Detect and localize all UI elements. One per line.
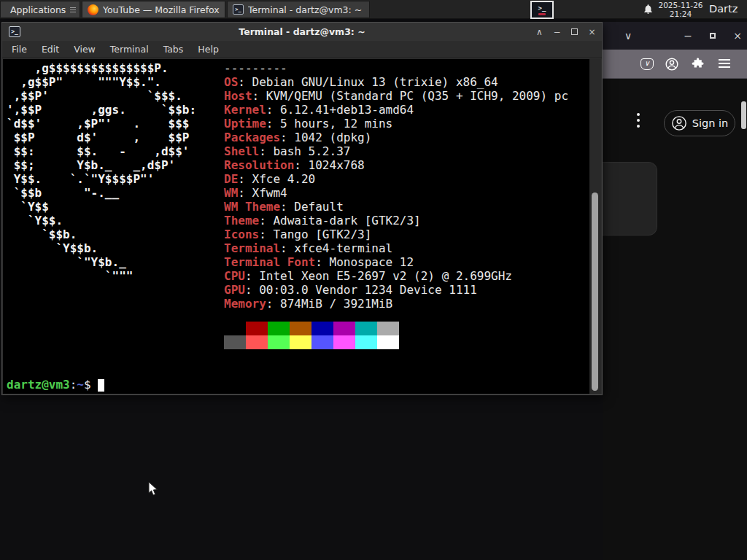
neofetch-info-row: OS: Debian GNU/Linux 13 (trixie) x86_64: [224, 75, 568, 89]
video-card[interactable]: [603, 162, 657, 236]
close-button[interactable]: ×: [587, 26, 597, 38]
menu-item-file[interactable]: File: [4, 44, 34, 55]
neofetch-info-row: Theme: Adwaita-dark [GTK2/3]: [224, 214, 568, 228]
firefox-restore-button[interactable]: [705, 28, 721, 43]
neofetch-info-row: Packages: 1042 (dpkg): [224, 131, 568, 144]
menu-lines-icon: [70, 6, 76, 14]
neofetch-color-palette: [224, 322, 399, 349]
terminal-scrollbar[interactable]: [589, 59, 601, 394]
neofetch-info-row: ---------: [224, 61, 568, 75]
menu-item-tabs[interactable]: Tabs: [156, 44, 191, 55]
palette-swatch: [224, 322, 246, 335]
terminal-window: >_ Terminal - dartz@vm3: ~ ∧ − × FileEdi…: [1, 22, 603, 395]
pocket-icon[interactable]: ∨: [640, 57, 655, 71]
hamburger-menu-icon[interactable]: [717, 57, 732, 71]
firefox-scrollbar-thumb[interactable]: [741, 101, 746, 129]
signin-button[interactable]: Sign in: [664, 110, 735, 136]
clock-date: 2025-11-26: [657, 1, 704, 9]
firefox-minimize-button[interactable]: −: [680, 28, 696, 43]
menu-item-edit[interactable]: Edit: [34, 44, 66, 55]
palette-swatch: [290, 322, 311, 335]
top-panel: Applications YouTube — Mozilla Firefox >…: [0, 0, 747, 19]
palette-swatch: [333, 335, 355, 349]
palette-swatch: [311, 322, 333, 335]
firefox-toolbar: ∨: [603, 50, 747, 79]
terminal-icon: >_: [233, 4, 244, 15]
applications-label: Applications: [10, 4, 66, 15]
neofetch-info-row: DE: Xfce 4.20: [224, 172, 568, 186]
panel-clock[interactable]: 2025-11-26 21:24: [657, 1, 704, 18]
terminal-title: Terminal - dartz@vm3: ~: [2, 26, 602, 37]
prompt-user-host: dartz@vm3: [7, 378, 70, 392]
palette-swatch: [268, 322, 290, 335]
prompt-path: ~: [77, 378, 84, 392]
menu-item-help[interactable]: Help: [190, 44, 226, 55]
desktop: ∨ − × ∨: [0, 0, 747, 560]
tray-terminal-icon[interactable]: >_: [530, 1, 554, 19]
neofetch-info-row: Resolution: 747x560: [224, 158, 568, 172]
neofetch-info-row: Terminal Font: Monospace 12: [224, 255, 568, 269]
menu-item-terminal[interactable]: Terminal: [103, 44, 156, 55]
palette-swatch: [224, 335, 246, 349]
neofetch-ascii-art: ,g$$$$$$$$$$$$$$$P. ,g$$P" """Y$$.". ,$$…: [7, 61, 196, 283]
palette-swatch: [290, 335, 311, 349]
neofetch-info-row: Icons: Tango [GTK2/3]: [224, 228, 568, 241]
neofetch-info-row: CPU: Intel Xeon E5-2697 v2 (2) @ 2.699GH…: [224, 269, 568, 283]
minimize-button[interactable]: −: [551, 26, 562, 38]
mouse-cursor: [148, 481, 158, 499]
neofetch-info-row: Shell: bash 5.2.37: [224, 144, 568, 158]
kebab-menu-icon[interactable]: [637, 113, 641, 131]
palette-swatch: [246, 335, 268, 349]
palette-swatch: [246, 322, 268, 335]
clock-time: 21:24: [657, 9, 704, 18]
notification-bell-icon[interactable]: [643, 4, 654, 18]
terminal-cursor: [98, 379, 104, 392]
palette-swatch: [311, 335, 333, 349]
firefox-titlebar[interactable]: ∨ − ×: [603, 22, 747, 50]
panel-user-label: Dartz: [709, 3, 738, 15]
firefox-icon: [88, 4, 98, 15]
palette-swatch: [355, 322, 377, 335]
neofetch-info-row: Host: KVM/QEMU (Standard PC (Q35 + ICH9,…: [224, 89, 568, 103]
neofetch-info-row: WM: Xfwm4: [224, 186, 568, 200]
terminal-menubar: FileEditViewTerminalTabsHelp: [2, 41, 602, 58]
terminal-titlebar[interactable]: >_ Terminal - dartz@vm3: ~ ∧ − ×: [2, 23, 602, 41]
maximize-button[interactable]: [569, 26, 580, 38]
applications-menu-button[interactable]: Applications: [0, 1, 80, 18]
account-icon[interactable]: [665, 57, 679, 71]
firefox-window: ∨ − × ∨: [603, 22, 747, 560]
taskbar-item-firefox[interactable]: YouTube — Mozilla Firefox: [82, 1, 225, 18]
palette-swatch: [355, 335, 377, 349]
extensions-icon[interactable]: [691, 57, 705, 71]
terminal-screen[interactable]: ,g$$$$$$$$$$$$$$$P. ,g$$P" """Y$$.". ,$$…: [3, 59, 601, 394]
shade-button[interactable]: ∧: [534, 26, 545, 38]
firefox-close-button[interactable]: ×: [729, 28, 746, 43]
signin-avatar-icon: [671, 115, 687, 131]
signin-label: Sign in: [692, 117, 728, 129]
neofetch-info-row: WM Theme: Default: [224, 200, 568, 214]
terminal-scrollbar-thumb[interactable]: [592, 192, 598, 391]
taskbar-item-terminal[interactable]: >_ Terminal - dartz@vm3: ~: [227, 1, 370, 18]
menu-item-view[interactable]: View: [66, 44, 103, 55]
palette-swatch: [268, 335, 290, 349]
neofetch-info: ---------OS: Debian GNU/Linux 13 (trixie…: [224, 61, 568, 311]
neofetch-info-row: Memory: 874MiB / 3921MiB: [224, 297, 568, 311]
palette-swatch: [377, 322, 399, 335]
neofetch-info-row: Terminal: xfce4-terminal: [224, 241, 568, 255]
neofetch-info-row: Kernel: 6.12.41+deb13-amd64: [224, 103, 568, 117]
palette-swatch: [377, 335, 399, 349]
neofetch-info-row: GPU: 00:03.0 Vendor 1234 Device 1111: [224, 283, 568, 297]
palette-swatch: [333, 322, 355, 335]
neofetch-info-row: Uptime: 5 hours, 12 mins: [224, 117, 568, 131]
youtube-page: Sign in: [603, 79, 747, 560]
terminal-icon: >_: [9, 26, 20, 37]
shell-prompt: dartz@vm3:~$: [7, 378, 104, 392]
chevron-down-icon[interactable]: ∨: [620, 28, 636, 43]
